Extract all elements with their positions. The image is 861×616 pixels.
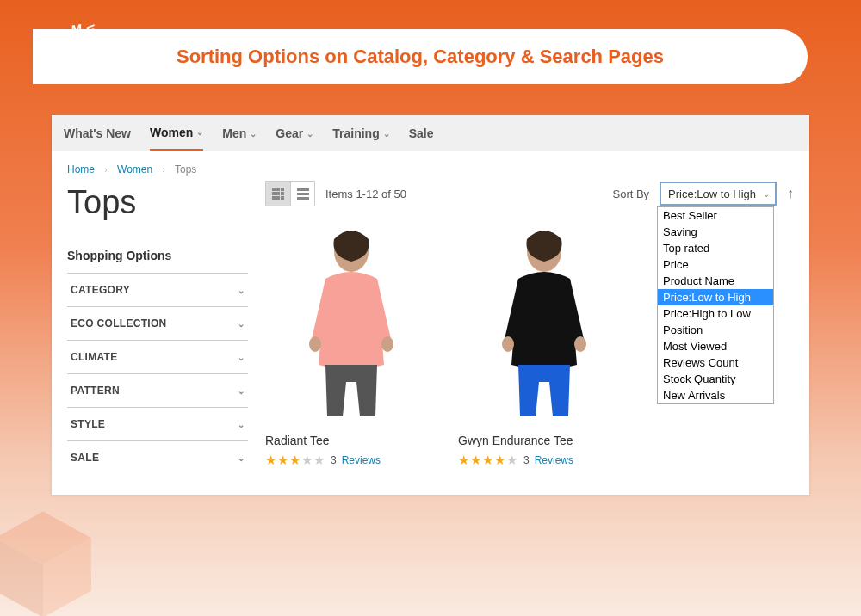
- sort-by-label: Sort By: [612, 188, 649, 200]
- filter-style[interactable]: STYLE⌄: [67, 407, 248, 440]
- product-name: Gwyn Endurance Tee: [458, 434, 630, 447]
- nav-label: Training: [332, 126, 379, 140]
- svg-rect-11: [281, 192, 284, 195]
- chevron-right-icon: ›: [104, 165, 107, 175]
- svg-rect-7: [276, 188, 280, 191]
- chevron-down-icon: ⌄: [238, 453, 245, 463]
- nav-item-sale[interactable]: Sale: [409, 115, 434, 151]
- product-rating: ★★★★★3Reviews: [458, 453, 630, 468]
- sort-option[interactable]: Top rated: [658, 240, 773, 256]
- svg-rect-15: [297, 188, 309, 191]
- svg-rect-16: [297, 193, 309, 195]
- svg-rect-6: [272, 188, 276, 191]
- chevron-down-icon: ⌄: [238, 286, 245, 295]
- list-icon: [297, 188, 309, 200]
- chevron-down-icon: ⌄: [196, 127, 203, 137]
- nav-label: Women: [150, 126, 193, 139]
- chevron-down-icon: ⌄: [383, 129, 390, 139]
- sort-option[interactable]: Reviews Count: [658, 354, 773, 371]
- sort-option[interactable]: Most Viewed: [658, 338, 773, 354]
- filter-label: CATEGORY: [71, 284, 130, 296]
- filter-label: ECO COLLECTION: [71, 317, 167, 330]
- product-card[interactable]: Radiant Tee★★★★★3Reviews: [265, 219, 437, 468]
- chevron-down-icon: ⌄: [238, 353, 245, 362]
- shopping-options-heading: Shopping Options: [67, 242, 248, 273]
- svg-rect-14: [281, 196, 284, 200]
- breadcrumb-women[interactable]: Women: [117, 163, 152, 176]
- sort-option[interactable]: New Arrivals: [658, 387, 773, 403]
- svg-rect-9: [272, 192, 276, 195]
- sort-option[interactable]: Price:High to Low: [658, 305, 773, 322]
- list-view-button[interactable]: [290, 182, 314, 206]
- breadcrumb: Home › Women › Tops: [52, 151, 809, 181]
- filter-label: PATTERN: [71, 385, 120, 397]
- svg-point-20: [381, 336, 393, 352]
- svg-rect-8: [281, 188, 284, 191]
- main-nav: What's NewWomen⌄Men⌄Gear⌄Training⌄Sale: [52, 115, 809, 151]
- filter-label: CLIMATE: [71, 351, 118, 363]
- svg-rect-12: [272, 196, 276, 200]
- sort-option[interactable]: Best Seller: [658, 207, 773, 224]
- grid-view-button[interactable]: [266, 182, 290, 206]
- star-icon: ★★★★★: [458, 453, 518, 468]
- nav-item-women[interactable]: Women⌄: [150, 115, 203, 151]
- filter-label: SALE: [71, 452, 99, 464]
- banner: Sorting Options on Catalog, Category & S…: [33, 29, 808, 84]
- nav-item-gear[interactable]: Gear⌄: [276, 115, 313, 151]
- chevron-down-icon: ⌄: [250, 129, 257, 139]
- sort-option[interactable]: Price: [658, 256, 773, 273]
- chevron-right-icon: ›: [163, 165, 165, 175]
- sort-option[interactable]: Price:Low to High: [658, 289, 773, 305]
- catalog-card: What's NewWomen⌄Men⌄Gear⌄Training⌄Sale H…: [52, 115, 809, 495]
- filter-climate[interactable]: CLIMATE⌄: [67, 340, 248, 373]
- review-count: 3: [331, 454, 337, 466]
- filter-pattern[interactable]: PATTERN⌄: [67, 373, 248, 407]
- svg-point-23: [574, 336, 586, 352]
- breadcrumb-home[interactable]: Home: [67, 163, 95, 176]
- review-count: 3: [523, 454, 530, 466]
- star-icon: ★★★★★: [265, 453, 325, 468]
- sort-select[interactable]: Price:Low to High ⌄: [660, 182, 777, 206]
- sort-selected-value: Price:Low to High: [668, 188, 756, 200]
- nav-label: Sale: [409, 126, 434, 140]
- svg-rect-17: [297, 197, 309, 200]
- product-card[interactable]: Gwyn Endurance Tee★★★★★3Reviews: [458, 219, 630, 468]
- grid-icon: [272, 188, 284, 200]
- sort-direction-button[interactable]: ↑: [787, 186, 794, 201]
- breadcrumb-current: Tops: [175, 163, 196, 176]
- product-name: Radiant Tee: [265, 434, 437, 447]
- page-title: Tops: [67, 184, 248, 221]
- chevron-down-icon: ⌄: [238, 386, 245, 396]
- svg-rect-10: [276, 192, 280, 195]
- chevron-down-icon: ⌄: [307, 129, 313, 139]
- svg-rect-13: [276, 196, 280, 200]
- item-counter: Items 1-12 of 50: [325, 188, 406, 200]
- nav-label: What's New: [64, 126, 131, 140]
- sort-option[interactable]: Stock Quantity: [658, 371, 773, 387]
- chevron-down-icon: ⌄: [763, 189, 770, 199]
- sidebar: Tops Shopping Options CATEGORY⌄ECO COLLE…: [67, 181, 248, 474]
- sort-option[interactable]: Saving: [658, 224, 773, 240]
- reviews-link[interactable]: Reviews: [535, 454, 573, 466]
- svg-point-22: [502, 336, 514, 352]
- banner-title: Sorting Options on Catalog, Category & S…: [177, 46, 664, 68]
- chevron-down-icon: ⌄: [238, 420, 245, 429]
- reviews-link[interactable]: Reviews: [342, 454, 381, 466]
- product-image: [458, 219, 630, 425]
- sort-option[interactable]: Position: [658, 322, 773, 338]
- product-rating: ★★★★★3Reviews: [265, 453, 437, 468]
- filter-eco-collection[interactable]: ECO COLLECTION⌄: [67, 306, 248, 340]
- nav-item-training[interactable]: Training⌄: [332, 115, 389, 151]
- chevron-down-icon: ⌄: [238, 319, 245, 329]
- nav-item-men[interactable]: Men⌄: [222, 115, 257, 151]
- toolbar: Items 1-12 of 50 Sort By Price:Low to Hi…: [265, 181, 794, 206]
- sort-dropdown: Best SellerSavingTop ratedPriceProduct N…: [657, 206, 774, 404]
- filter-label: STYLE: [71, 418, 105, 430]
- filter-category[interactable]: CATEGORY⌄: [67, 273, 248, 306]
- filter-sale[interactable]: SALE⌄: [67, 440, 248, 474]
- nav-label: Men: [222, 126, 246, 140]
- sort-option[interactable]: Product Name: [658, 273, 773, 289]
- nav-item-what-s-new[interactable]: What's New: [64, 115, 131, 151]
- nav-label: Gear: [276, 126, 303, 140]
- watermark-logo: [0, 504, 103, 616]
